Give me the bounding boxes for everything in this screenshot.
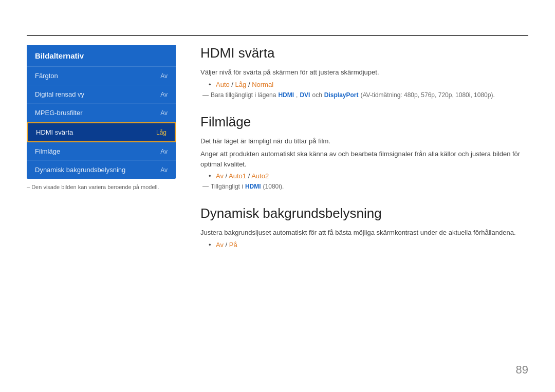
sidebar-item-2[interactable]: MPEG-brusfilterAv: [27, 104, 176, 122]
bullet-0-0: Auto / Låg / Normal: [209, 81, 528, 88]
section-filmlaege: FilmlägeDet här läget är lämpligt när du…: [200, 114, 528, 191]
sidebar-item-4[interactable]: FilmlägeAv: [27, 142, 176, 161]
sidebar-item-value-5: Av: [160, 166, 168, 174]
sidebar-item-label-1: Digital rensad vy: [35, 90, 160, 98]
sidebar-item-label-4: Filmläge: [35, 147, 160, 155]
sidebar-item-value-4: Av: [160, 148, 168, 155]
note-0-0: Bara tillgängligt i lägena HDMI, DVI och…: [202, 91, 528, 99]
section-title-1: Filmläge: [200, 114, 528, 130]
bullet-2-0: Av / På: [209, 241, 528, 249]
sidebar-item-label-3: HDMI svärta: [36, 128, 156, 136]
section-title-0: HDMI svärta: [200, 45, 528, 61]
sidebar-title: Bildalternativ: [27, 45, 176, 67]
bullet-1-0: Av / Auto1 / Auto2: [209, 172, 528, 180]
sidebar-item-label-2: MPEG-brusfilter: [35, 109, 160, 117]
sidebar-item-5[interactable]: Dynamisk bakgrundsbelysningAv: [27, 161, 176, 179]
sidebar-item-value-3: Låg: [156, 129, 166, 136]
bullet-option-2-0-0: Av: [216, 241, 224, 249]
note-link-1-0-0: HDMI: [245, 183, 261, 190]
sidebar-note: – Den visade bilden kan variera beroende…: [27, 184, 159, 190]
sidebar-item-label-5: Dynamisk bakgrundsbelysning: [35, 166, 160, 174]
bullet-option-0-0-0: Auto: [216, 81, 230, 88]
section-para-1-0: Det här läget är lämpligt när du tittar …: [200, 136, 528, 146]
section-hdmi-svaerta: HDMI svärtaVäljer nivå för svärta på skä…: [200, 45, 528, 99]
note-link-0-0-2: DisplayPort: [324, 91, 359, 99]
sidebar-item-3[interactable]: HDMI svärtaLåg: [27, 122, 176, 142]
bullet-option-1-0-0: Av: [216, 172, 224, 180]
bullet-option-1-0-2: Auto2: [251, 172, 269, 180]
bullet-option-1-0-1: Auto1: [229, 172, 246, 180]
sidebar-item-value-1: Av: [160, 91, 168, 98]
bullet-option-0-0-1: Låg: [235, 81, 247, 88]
bullet-option-0-0-2: Normal: [252, 81, 273, 88]
section-title-2: Dynamisk bakgrundsbelysning: [200, 206, 528, 221]
bullet-option-2-0-1: På: [229, 241, 237, 249]
content-area: HDMI svärtaVäljer nivå för svärta på skä…: [200, 45, 528, 264]
note-1-0: Tillgängligt i HDMI(1080i).: [202, 183, 528, 190]
sidebar-item-1[interactable]: Digital rensad vyAv: [27, 85, 176, 104]
note-link-0-0-1: DVI: [300, 91, 310, 99]
sidebar-item-0[interactable]: FärgtonAv: [27, 67, 176, 85]
top-rule: [27, 35, 528, 36]
sidebar-item-label-0: Färgton: [35, 72, 160, 80]
sidebar-menu: Bildalternativ FärgtonAvDigital rensad v…: [27, 45, 176, 179]
section-para-2-0: Justera bakgrundsljuset automatiskt för …: [200, 228, 528, 238]
sidebar-item-value-0: Av: [160, 72, 168, 80]
sidebar-item-value-2: Av: [160, 109, 168, 117]
page-number: 89: [516, 363, 528, 377]
section-dynamisk-bakgrundsbelysning: Dynamisk bakgrundsbelysningJustera bakgr…: [200, 206, 528, 249]
section-para-1-1: Anger att produkten automatiskt ska känn…: [200, 149, 528, 169]
section-para-0-0: Väljer nivå för svärta på skärmen för at…: [200, 67, 528, 78]
note-link-0-0-0: HDMI: [278, 91, 294, 99]
